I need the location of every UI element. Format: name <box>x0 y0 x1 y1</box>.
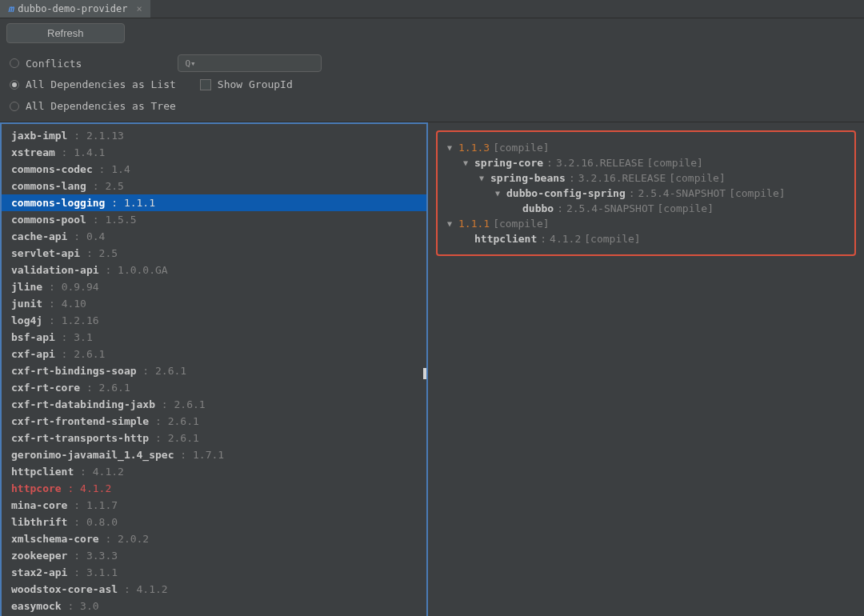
tree-artifact: spring-beans <box>490 172 566 184</box>
dep-version: 4.10 <box>62 298 86 310</box>
all-deps-list-label: All Dependencies as List <box>26 78 176 90</box>
tree-sep: : <box>569 172 575 184</box>
tab-project[interactable]: m dubbo-demo-provider × <box>0 0 150 18</box>
search-input[interactable] <box>199 58 319 69</box>
list-item[interactable]: jaxb-impl : 2.1.13 <box>2 127 426 144</box>
dep-name: cxf-api <box>11 348 55 360</box>
dep-sep: : <box>67 566 86 578</box>
list-item[interactable]: geronimo-javamail_1.4_spec : 1.7.1 <box>2 446 426 463</box>
dep-sep: : <box>42 314 61 326</box>
dep-sep: : <box>137 365 155 377</box>
all-deps-tree-radio[interactable]: All Dependencies as Tree <box>10 100 176 112</box>
dep-version: 2.6.1 <box>174 398 206 410</box>
list-item[interactable]: cxf-rt-bindings-soap : 2.6.1 <box>2 362 426 379</box>
dep-name: libthrift <box>11 516 67 528</box>
tree-node[interactable]: ▼spring-beans : 3.2.16.RELEASE [compile] <box>444 170 848 186</box>
tree-node[interactable]: ▼1.1.3 [compile] <box>444 140 848 155</box>
dep-name: junit <box>11 298 42 310</box>
chevron-down-icon[interactable]: ▼ <box>492 189 503 198</box>
dependency-tree[interactable]: ▼1.1.3 [compile]▼spring-core : 3.2.16.RE… <box>436 130 856 256</box>
list-item[interactable]: xmlschema-core : 2.0.2 <box>2 530 426 547</box>
list-item[interactable]: easymock : 3.0 <box>2 598 426 614</box>
tree-scope: [compile] <box>658 202 714 214</box>
tree-node[interactable]: ▼dubbo-config-spring : 2.5.4-SNAPSHOT [c… <box>444 186 848 201</box>
dep-version: 2.6.1 <box>168 415 199 427</box>
dep-sep: : <box>86 214 105 226</box>
tree-sep: : <box>557 202 563 214</box>
dep-name: cxf-rt-frontend-simple <box>11 415 149 427</box>
list-item[interactable]: bsf-api : 3.1 <box>2 329 426 346</box>
dep-sep: : <box>67 230 86 242</box>
tree-node[interactable]: dubbo : 2.5.4-SNAPSHOT [compile] <box>444 201 848 216</box>
radio-icon <box>10 80 19 90</box>
list-item[interactable]: cxf-rt-databinding-jaxb : 2.6.1 <box>2 396 426 413</box>
dep-version: 4.1.2 <box>137 583 168 595</box>
dep-sep: : <box>80 382 98 394</box>
chevron-down-icon[interactable]: ▼ <box>460 158 471 167</box>
list-item[interactable]: servlet-api : 2.5 <box>2 245 426 262</box>
list-item[interactable]: commons-logging : 1.1.1 <box>2 194 426 211</box>
list-item[interactable]: commons-codec : 1.4 <box>2 161 426 178</box>
list-item[interactable]: cxf-rt-transports-http : 2.6.1 <box>2 430 426 446</box>
search-field[interactable]: Q▾ <box>178 54 322 72</box>
list-item[interactable]: cache-api : 0.4 <box>2 228 426 245</box>
dep-sep: : <box>99 533 118 545</box>
splitter-handle[interactable] <box>423 368 428 379</box>
tree-scope: [compile] <box>669 172 725 184</box>
dep-sep: : <box>42 298 61 310</box>
tree-artifact: dubbo <box>522 202 554 214</box>
dep-version: 3.0 <box>80 600 98 612</box>
show-groupid-check[interactable]: Show GroupId <box>200 78 293 90</box>
dep-sep: : <box>105 197 123 209</box>
dep-sep: : <box>55 348 74 360</box>
dep-sep: : <box>99 264 118 276</box>
list-item[interactable]: mina-core : 1.1.7 <box>2 497 426 514</box>
dep-name: commons-logging <box>11 197 105 209</box>
list-item[interactable]: junit : 4.10 <box>2 295 426 312</box>
list-item[interactable]: xstream : 1.4.1 <box>2 144 426 161</box>
list-item[interactable]: jline : 0.9.94 <box>2 278 426 295</box>
tree-version: 2.5.4-SNAPSHOT <box>566 202 654 214</box>
chevron-down-icon[interactable]: ▼ <box>476 174 487 182</box>
tree-node[interactable]: httpclient : 4.1.2 [compile] <box>444 231 848 246</box>
close-icon[interactable]: × <box>137 3 142 14</box>
dependency-list-panel[interactable]: jaxb-impl : 2.1.13xstream : 1.4.1commons… <box>0 122 428 616</box>
dep-version: 0.9.94 <box>62 281 99 293</box>
dep-sep: : <box>174 449 193 461</box>
dep-version: 2.6.1 <box>99 382 130 394</box>
list-item[interactable]: cxf-rt-core : 2.6.1 <box>2 379 426 396</box>
tree-node[interactable]: ▼spring-core : 3.2.16.RELEASE [compile] <box>444 155 848 170</box>
list-item[interactable]: log4j : 1.2.16 <box>2 312 426 329</box>
refresh-button[interactable]: Refresh <box>6 23 125 43</box>
dep-name: cache-api <box>11 230 67 242</box>
all-deps-tree-label: All Dependencies as Tree <box>26 100 176 112</box>
dep-name: xstream <box>11 146 55 158</box>
dep-name: jaxb-impl <box>11 130 67 142</box>
list-item[interactable]: cxf-api : 2.6.1 <box>2 346 426 362</box>
list-item[interactable]: woodstox-core-asl : 4.1.2 <box>2 581 426 598</box>
list-item[interactable]: httpcore : 4.1.2 <box>2 480 426 497</box>
search-icon: Q▾ <box>185 58 195 69</box>
dep-name: geronimo-javamail_1.4_spec <box>11 449 174 461</box>
tree-version: 2.5.4-SNAPSHOT <box>638 187 726 199</box>
conflicts-radio[interactable]: Conflicts <box>10 58 82 70</box>
tree-node[interactable]: ▼1.1.1 [compile] <box>444 216 848 231</box>
dep-version: 2.6.1 <box>168 432 199 444</box>
list-item[interactable]: httpclient : 4.1.2 <box>2 463 426 480</box>
list-item[interactable]: zookeeper : 3.3.3 <box>2 547 426 564</box>
dep-sep: : <box>118 583 136 595</box>
tree-scope: [compile] <box>729 187 785 199</box>
list-item[interactable]: libthrift : 0.8.0 <box>2 514 426 530</box>
list-item[interactable]: cxf-rt-frontend-simple : 2.6.1 <box>2 413 426 430</box>
tree-scope: [compile] <box>493 218 549 230</box>
list-item[interactable]: stax2-api : 3.1.1 <box>2 564 426 581</box>
tree-version: 1.1.3 <box>458 142 490 154</box>
list-item[interactable]: validation-api : 1.0.0.GA <box>2 262 426 278</box>
dep-version: 1.0.0.GA <box>118 264 168 276</box>
chevron-down-icon[interactable]: ▼ <box>444 143 455 152</box>
list-item[interactable]: commons-lang : 2.5 <box>2 178 426 194</box>
chevron-down-icon[interactable]: ▼ <box>444 219 455 228</box>
radio-icon <box>10 58 19 68</box>
list-item[interactable]: commons-pool : 1.5.5 <box>2 211 426 228</box>
all-deps-list-radio[interactable]: All Dependencies as List <box>10 78 176 90</box>
